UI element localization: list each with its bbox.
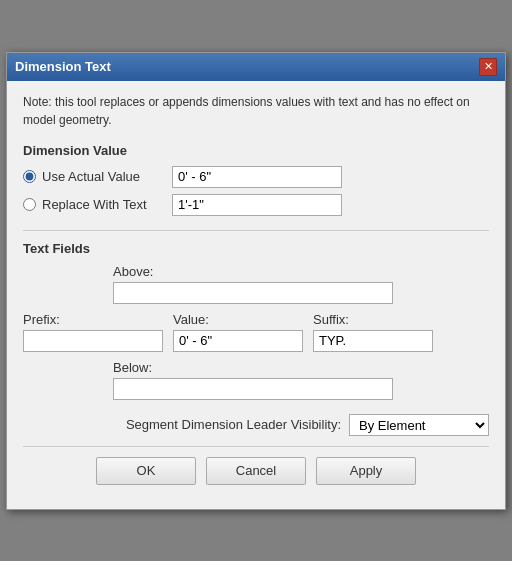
ok-button[interactable]: OK (96, 457, 196, 485)
below-label: Below: (113, 360, 152, 375)
replace-text-radio[interactable] (23, 198, 36, 211)
dimension-value-label: Dimension Value (23, 143, 489, 158)
value-col: Value: (173, 312, 303, 352)
value-label: Value: (173, 312, 303, 327)
dialog-window: Dimension Text ✕ Note: this tool replace… (6, 52, 506, 510)
above-row: Above: (23, 264, 489, 304)
above-label: Above: (113, 264, 153, 279)
segment-label: Segment Dimension Leader Visibility: (126, 417, 341, 432)
suffix-label: Suffix: (313, 312, 433, 327)
above-input[interactable] (113, 282, 393, 304)
use-actual-label[interactable]: Use Actual Value (42, 169, 172, 184)
suffix-col: Suffix: (313, 312, 433, 352)
title-bar: Dimension Text ✕ (7, 53, 505, 81)
value-input[interactable] (173, 330, 303, 352)
replace-text-input[interactable] (172, 194, 342, 216)
apply-button[interactable]: Apply (316, 457, 416, 485)
use-actual-input[interactable] (172, 166, 342, 188)
dialog-body: Note: this tool replaces or appends dime… (7, 81, 505, 509)
button-row: OK Cancel Apply (23, 446, 489, 497)
dialog-title: Dimension Text (15, 59, 111, 74)
text-fields-label: Text Fields (23, 241, 489, 256)
replace-with-text-row: Replace With Text (23, 194, 489, 216)
below-row: Below: (23, 360, 489, 400)
cancel-button[interactable]: Cancel (206, 457, 306, 485)
note-text: Note: this tool replaces or appends dime… (23, 93, 489, 129)
segment-select[interactable]: By Element Always Visible Never Visible (349, 414, 489, 436)
prefix-input[interactable] (23, 330, 163, 352)
use-actual-radio[interactable] (23, 170, 36, 183)
prefix-label: Prefix: (23, 312, 163, 327)
divider-1 (23, 230, 489, 231)
suffix-input[interactable] (313, 330, 433, 352)
prefix-value-suffix-row: Prefix: Value: Suffix: (23, 312, 489, 352)
prefix-col: Prefix: (23, 312, 163, 352)
close-button[interactable]: ✕ (479, 58, 497, 76)
segment-row: Segment Dimension Leader Visibility: By … (23, 414, 489, 436)
dimension-value-section: Dimension Value Use Actual Value Replace… (23, 143, 489, 216)
use-actual-row: Use Actual Value (23, 166, 489, 188)
replace-text-label[interactable]: Replace With Text (42, 197, 172, 212)
text-fields-section: Text Fields Above: Prefix: Value: Suffix… (23, 241, 489, 400)
below-input[interactable] (113, 378, 393, 400)
